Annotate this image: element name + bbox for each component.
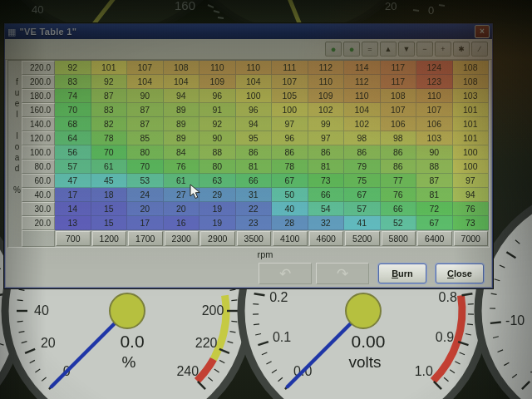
table-cell[interactable]: 57 (55, 160, 91, 174)
table-cell[interactable]: 96 (236, 103, 273, 117)
table-cell[interactable]: 91 (200, 103, 236, 117)
green-action-1-button[interactable]: ● (325, 42, 342, 57)
table-cell[interactable]: 70 (127, 160, 164, 174)
table-cell[interactable]: 105 (272, 89, 308, 103)
table-cell[interactable]: 99 (308, 117, 345, 131)
table-cell[interactable]: 81 (308, 160, 345, 174)
table-cell[interactable]: 100 (453, 160, 490, 174)
table-cell[interactable]: 104 (236, 75, 273, 89)
table-cell[interactable]: 18 (91, 188, 128, 202)
table-cell[interactable]: 95 (236, 131, 273, 145)
table-cell[interactable]: 61 (91, 160, 128, 174)
table-cell[interactable]: 76 (164, 160, 200, 174)
table-cell[interactable]: 80 (200, 160, 236, 174)
table-cell[interactable]: 86 (344, 145, 381, 160)
table-cell[interactable]: 57 (344, 202, 381, 216)
table-cell[interactable]: 108 (453, 61, 490, 75)
table-cell[interactable]: 63 (200, 174, 236, 188)
table-cell[interactable]: 83 (91, 103, 128, 117)
table-cell[interactable]: 87 (416, 174, 453, 188)
table-cell[interactable]: 73 (308, 174, 345, 188)
table-cell[interactable]: 67 (272, 174, 308, 188)
table-cell[interactable]: 114 (344, 61, 381, 75)
table-cell[interactable]: 17 (55, 188, 91, 202)
table-cell[interactable]: 85 (127, 131, 164, 145)
table-cell[interactable]: 50 (272, 188, 308, 202)
table-cell[interactable]: 106 (381, 117, 417, 131)
table-cell[interactable]: 24 (127, 188, 164, 202)
table-cell[interactable]: 15 (91, 216, 128, 230)
table-cell[interactable]: 66 (236, 174, 273, 188)
table-cell[interactable]: 78 (272, 160, 308, 174)
table-cell[interactable]: 94 (236, 117, 273, 131)
table-cell[interactable]: 66 (381, 202, 417, 216)
table-cell[interactable]: 64 (55, 131, 91, 145)
table-cell[interactable]: 31 (236, 188, 273, 202)
table-cell[interactable]: 70 (55, 103, 91, 117)
table-cell[interactable]: 88 (200, 145, 236, 160)
table-cell[interactable]: 92 (91, 75, 128, 89)
table-cell[interactable]: 107 (127, 61, 164, 75)
table-cell[interactable]: 72 (416, 202, 453, 216)
table-cell[interactable]: 89 (164, 117, 200, 131)
table-cell[interactable]: 101 (453, 103, 490, 117)
table-cell[interactable]: 56 (55, 145, 91, 160)
decrement-button[interactable]: ▼ (398, 42, 415, 57)
table-cell[interactable]: 110 (416, 89, 453, 103)
table-cell[interactable]: 98 (381, 131, 417, 145)
table-cell[interactable]: 78 (91, 131, 128, 145)
green-action-2-button[interactable]: ● (343, 42, 360, 57)
table-cell[interactable]: 14 (55, 202, 91, 216)
plus-button[interactable]: + (435, 42, 451, 57)
table-cell[interactable]: 87 (127, 103, 164, 117)
table-cell[interactable]: 16 (164, 216, 200, 230)
table-cell[interactable]: 76 (381, 188, 417, 202)
table-cell[interactable]: 102 (308, 103, 345, 117)
table-cell[interactable]: 109 (200, 75, 236, 89)
table-cell[interactable]: 86 (272, 145, 308, 160)
table-cell[interactable]: 90 (416, 145, 453, 160)
table-cell[interactable]: 20 (127, 202, 164, 216)
minus-button[interactable]: − (416, 42, 433, 57)
table-cell[interactable]: 54 (308, 202, 345, 216)
table-cell[interactable]: 87 (127, 117, 164, 131)
table-cell[interactable]: 70 (91, 145, 128, 160)
table-cell[interactable]: 79 (344, 160, 381, 174)
table-cell[interactable]: 96 (200, 89, 236, 103)
table-cell[interactable]: 101 (453, 117, 490, 131)
table-cell[interactable]: 96 (272, 131, 308, 145)
table-cell[interactable]: 68 (55, 117, 91, 131)
table-cell[interactable]: 32 (308, 216, 345, 230)
table-cell[interactable]: 19 (200, 202, 236, 216)
table-cell[interactable]: 45 (91, 174, 128, 188)
table-cell[interactable]: 110 (200, 61, 236, 75)
table-cell[interactable]: 104 (127, 75, 164, 89)
table-cell[interactable]: 124 (416, 61, 453, 75)
table-cell[interactable]: 52 (381, 216, 417, 230)
table-cell[interactable]: 74 (55, 89, 91, 103)
table-cell[interactable]: 92 (55, 61, 91, 75)
table-cell[interactable]: 86 (381, 145, 417, 160)
table-cell[interactable]: 107 (416, 103, 453, 117)
table-cell[interactable]: 107 (272, 75, 308, 89)
table-cell[interactable]: 104 (164, 75, 200, 89)
table-cell[interactable]: 83 (55, 75, 91, 89)
table-cell[interactable]: 103 (416, 131, 453, 145)
table-cell[interactable]: 108 (164, 61, 200, 75)
table-cell[interactable]: 117 (381, 61, 417, 75)
table-cell[interactable]: 28 (272, 216, 308, 230)
table-cell[interactable]: 67 (344, 188, 381, 202)
increment-button[interactable]: ▲ (380, 42, 397, 57)
table-cell[interactable]: 89 (164, 103, 200, 117)
table-cell[interactable]: 103 (453, 89, 490, 103)
table-cell[interactable]: 107 (381, 103, 417, 117)
table-cell[interactable]: 73 (453, 216, 490, 230)
table-cell[interactable]: 110 (236, 61, 273, 75)
table-cell[interactable]: 110 (344, 89, 381, 103)
table-cell[interactable]: 81 (416, 188, 453, 202)
table-cell[interactable]: 61 (164, 174, 200, 188)
burn-button[interactable]: Burn (378, 264, 426, 283)
table-cell[interactable]: 77 (381, 174, 417, 188)
table-cell[interactable]: 15 (91, 202, 128, 216)
table-cell[interactable]: 22 (236, 202, 273, 216)
